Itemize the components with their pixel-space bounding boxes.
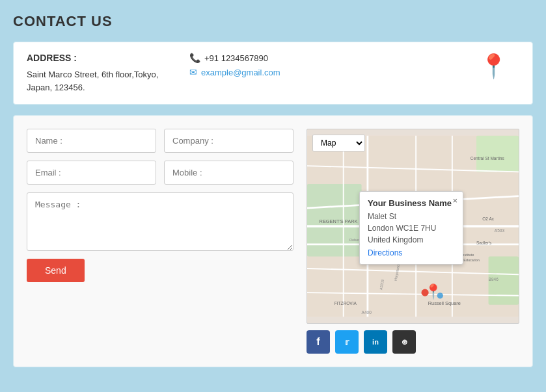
message-input[interactable]: [27, 192, 293, 251]
facebook-icon: f: [316, 336, 320, 348]
svg-rect-3: [476, 136, 519, 172]
map-section: REGENT'S PARK KINGS CROSS FITZROVIA Russ…: [307, 129, 519, 354]
svg-text:Central St Martins: Central St Martins: [471, 156, 505, 161]
map-marker-pin: 📍: [424, 283, 442, 300]
svg-text:A400: A400: [362, 310, 372, 315]
map-type-select[interactable]: Map Satellite: [312, 135, 365, 151]
popup-country: United Kingdom: [368, 234, 455, 246]
page-title: CONTACT US: [13, 13, 533, 30]
linkedin-icon: in: [372, 338, 379, 346]
svg-text:A503: A503: [495, 228, 505, 233]
send-button[interactable]: Send: [27, 259, 85, 282]
social-icons: f 𝕣 in ⊛: [307, 330, 519, 354]
map-popup-address: Malet St London WC1E 7HU United Kingdom: [368, 211, 455, 246]
svg-text:FITZROVIA: FITZROVIA: [334, 301, 357, 306]
message-row: [27, 192, 293, 251]
email-icon: ✉: [189, 67, 197, 77]
svg-text:Sadler's: Sadler's: [476, 241, 492, 245]
popup-street: Malet St: [368, 211, 455, 222]
phone-row: 📞 +91 1234567890: [189, 53, 467, 63]
directions-link[interactable]: Directions: [368, 248, 455, 257]
svg-text:B846: B846: [489, 277, 499, 281]
form-section: Send: [27, 129, 293, 354]
email-mobile-row: [27, 161, 293, 185]
twitter-button[interactable]: 𝕣: [335, 330, 359, 354]
twitter-icon: 𝕣: [345, 337, 349, 347]
linkedin-button[interactable]: in: [364, 330, 387, 354]
contact-info: 📞 +91 1234567890 ✉ example@gmail.com: [170, 53, 467, 81]
email-address: example@gmail.com: [201, 68, 280, 77]
github-icon: ⊛: [402, 338, 407, 346]
map-popup: Your Business Name × Malet St London WC1…: [359, 191, 463, 265]
address-text: Saint Marco Street, 6th floor,Tokyo, Jap…: [27, 68, 170, 94]
facebook-button[interactable]: f: [307, 330, 330, 354]
svg-text:Russell Square: Russell Square: [428, 300, 461, 306]
phone-number: +91 1234567890: [204, 53, 268, 63]
email-input[interactable]: [27, 161, 156, 185]
name-company-row: [27, 129, 293, 153]
phone-icon: 📞: [189, 53, 200, 63]
map-popup-close[interactable]: ×: [452, 196, 457, 205]
map-popup-title: Your Business Name: [368, 198, 455, 208]
address-card: ADDRESS : Saint Marco Street, 6th floor,…: [13, 42, 533, 105]
name-input[interactable]: [27, 129, 156, 153]
map-container: REGENT'S PARK KINGS CROSS FITZROVIA Russ…: [307, 129, 519, 324]
svg-text:REGENT'S PARK: REGENT'S PARK: [320, 218, 358, 224]
address-col: ADDRESS : Saint Marco Street, 6th floor,…: [27, 53, 170, 94]
map-pin-area: 📍: [467, 53, 519, 80]
company-input[interactable]: [164, 129, 293, 153]
map-pin-icon: 📍: [479, 53, 508, 80]
email-row: ✉ example@gmail.com: [189, 67, 467, 77]
address-label: ADDRESS :: [27, 53, 170, 63]
github-button[interactable]: ⊛: [392, 330, 416, 354]
main-card: Send: [13, 115, 533, 367]
svg-text:O2 Ac: O2 Ac: [482, 216, 494, 221]
mobile-input[interactable]: [164, 161, 293, 185]
popup-city: London WC1E 7HU: [368, 222, 455, 234]
